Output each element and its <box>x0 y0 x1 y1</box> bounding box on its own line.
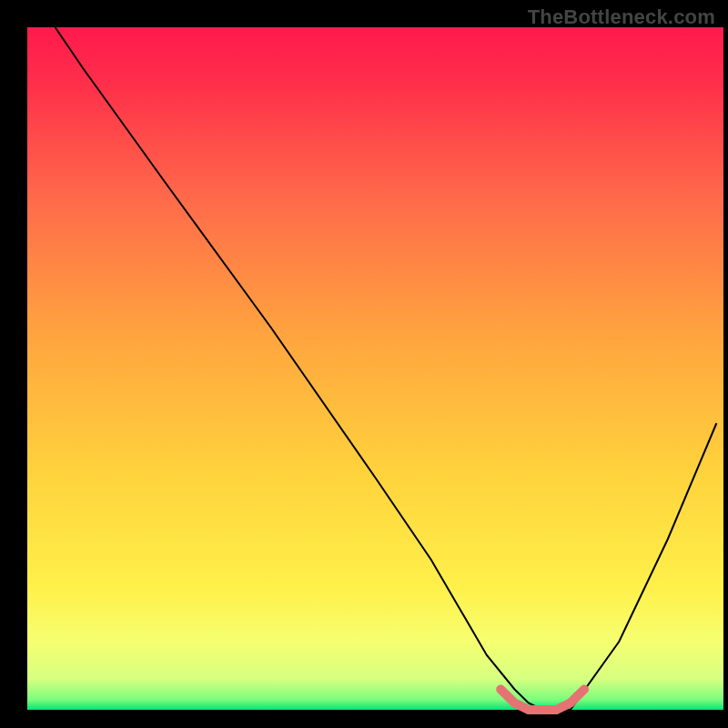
chart-background-gradient <box>27 27 723 710</box>
bottleneck-chart <box>0 0 728 728</box>
chart-container: TheBottleneck.com <box>0 0 728 728</box>
watermark-label: TheBottleneck.com <box>528 5 715 29</box>
